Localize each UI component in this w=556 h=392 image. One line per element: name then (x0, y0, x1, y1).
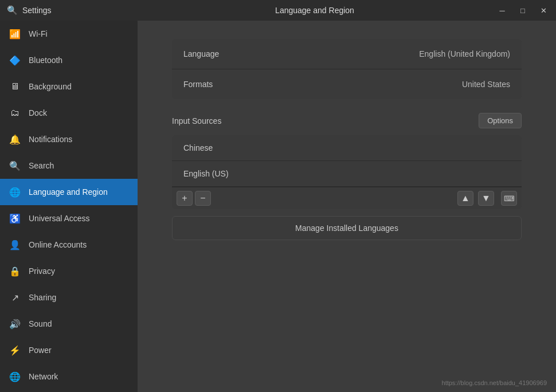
sidebar-item-label: Background (29, 82, 128, 91)
sidebar-item-power[interactable]: ⚡ Power (0, 337, 138, 363)
sidebar-item-dock[interactable]: 🗂 Dock (0, 100, 138, 126)
network-icon: 🌐 (9, 371, 21, 382)
sidebar: 📶 Wi-Fi 🔷 Bluetooth 🖥 Background 🗂 Dock … (0, 21, 138, 392)
search-icon: 🔍 (9, 160, 21, 171)
sidebar-item-label: Bluetooth (29, 56, 128, 65)
sidebar-item-search[interactable]: 🔍 Search (0, 152, 138, 179)
input-sources-header: Input Sources Options (172, 113, 522, 128)
sound-icon: 🔊 (9, 319, 21, 330)
minimize-button[interactable]: ─ (492, 0, 512, 21)
wifi-icon: 📶 (9, 29, 21, 40)
language-formats-card: Language English (United Kingdom) Format… (172, 39, 522, 99)
input-source-chinese[interactable]: Chinese (172, 135, 522, 161)
formats-value: United States (462, 80, 510, 89)
sidebar-item-label: Power (29, 346, 128, 355)
sidebar-item-label: Sound (29, 319, 128, 328)
sidebar-item-universal-access[interactable]: ♿ Universal Access (0, 205, 138, 232)
arrow-group: ▲ ▼ (457, 191, 496, 206)
dock-icon: 🗂 (9, 108, 21, 118)
input-sources-card: Chinese English (US) + − ▲ ▼ ⌨ (172, 135, 522, 209)
input-source-english-us[interactable]: English (US) (172, 161, 522, 187)
sidebar-item-sharing[interactable]: ↗ Sharing (0, 284, 138, 311)
language-value: English (United Kingdom) (419, 49, 510, 58)
move-down-button[interactable]: ▼ (478, 191, 494, 206)
bluetooth-icon: 🔷 (9, 55, 21, 66)
sidebar-item-label: Online Accounts (29, 240, 128, 249)
notifications-icon: 🔔 (9, 134, 21, 145)
sidebar-item-label: Sharing (29, 293, 128, 302)
search-icon: 🔍 (7, 5, 18, 15)
sidebar-item-online-accounts[interactable]: 👤 Online Accounts (0, 232, 138, 258)
sidebar-item-label: Network (29, 372, 128, 381)
formats-label: Formats (183, 80, 213, 89)
sidebar-item-label: Dock (29, 108, 128, 117)
content-area: Language English (United Kingdom) Format… (138, 21, 556, 392)
manage-languages-button[interactable]: Manage Installed Languages (172, 216, 522, 240)
sidebar-item-label: Universal Access (29, 214, 128, 223)
sidebar-item-privacy[interactable]: 🔒 Privacy (0, 258, 138, 284)
titlebar: 🔍 Settings Language and Region ─ □ ✕ (0, 0, 556, 21)
language-region-icon: 🌐 (9, 187, 21, 198)
input-sources-toolbar: + − ▲ ▼ ⌨ (172, 187, 522, 209)
remove-source-button[interactable]: − (195, 191, 211, 206)
close-button[interactable]: ✕ (533, 0, 554, 21)
maximize-button[interactable]: □ (512, 0, 533, 21)
input-sources-title: Input Sources (172, 116, 221, 126)
sidebar-item-label: Search (29, 161, 128, 170)
page-title: Language and Region (138, 6, 492, 15)
sidebar-item-wifi[interactable]: 📶 Wi-Fi (0, 21, 138, 47)
watermark: https://blog.csdn.net/baidu_41906969 (442, 379, 547, 386)
main-layout: 📶 Wi-Fi 🔷 Bluetooth 🖥 Background 🗂 Dock … (0, 21, 556, 392)
online-accounts-icon: 👤 (9, 240, 21, 250)
titlebar-left: 🔍 Settings (0, 5, 138, 15)
sidebar-item-network[interactable]: 🌐 Network (0, 363, 138, 390)
language-label: Language (183, 49, 219, 58)
sidebar-item-label: Notifications (29, 135, 128, 144)
move-up-button[interactable]: ▲ (457, 191, 473, 206)
sidebar-item-label: Wi-Fi (29, 29, 128, 38)
sidebar-item-label: Privacy (29, 266, 128, 276)
universal-access-icon: ♿ (9, 213, 21, 224)
sidebar-item-label: Language and Region (29, 187, 128, 197)
sharing-icon: ↗ (9, 292, 21, 303)
privacy-icon: 🔒 (9, 266, 21, 277)
options-button[interactable]: Options (479, 113, 522, 128)
app-name: Settings (22, 6, 52, 15)
add-source-button[interactable]: + (177, 191, 193, 206)
power-icon: ⚡ (9, 345, 21, 356)
sidebar-item-notifications[interactable]: 🔔 Notifications (0, 126, 138, 152)
language-row[interactable]: Language English (United Kingdom) (172, 39, 522, 69)
sidebar-item-background[interactable]: 🖥 Background (0, 73, 138, 100)
window-controls: ─ □ ✕ (492, 0, 556, 21)
keyboard-preview-button[interactable]: ⌨ (501, 191, 517, 206)
formats-row[interactable]: Formats United States (172, 69, 522, 99)
sidebar-item-bluetooth[interactable]: 🔷 Bluetooth (0, 47, 138, 73)
background-icon: 🖥 (9, 81, 21, 92)
sidebar-item-sound[interactable]: 🔊 Sound (0, 311, 138, 337)
sidebar-item-language-region[interactable]: 🌐 Language and Region (0, 179, 138, 205)
